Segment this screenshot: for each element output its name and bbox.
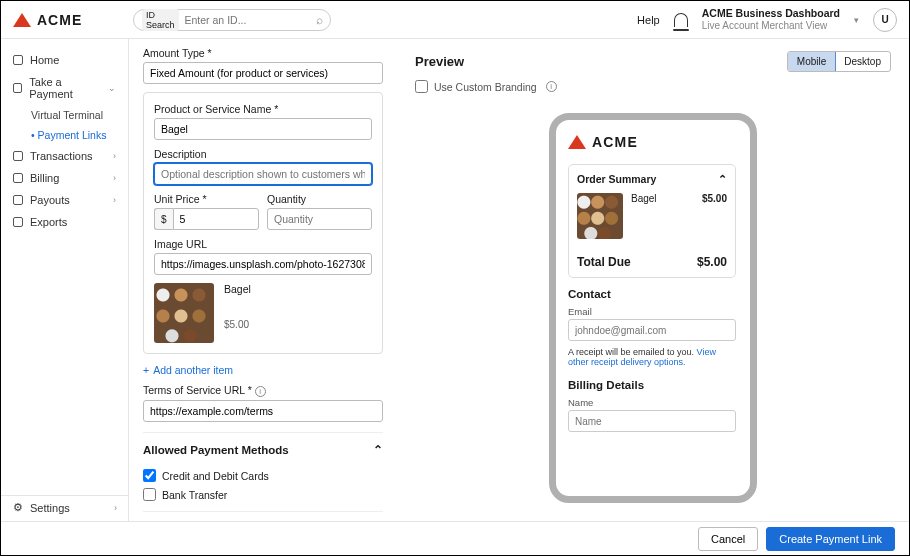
tos-label: Terms of Service URL *i [143,384,383,397]
unit-price-input[interactable] [173,208,259,230]
unit-price-label: Unit Price * [154,193,259,205]
desktop-tab[interactable]: Desktop [835,52,890,71]
allowed-methods-section[interactable]: Allowed Payment Methods⌃ [143,432,383,463]
email-label: Email [568,306,736,317]
amount-type-label: Amount Type * [143,47,383,59]
product-thumbnail [154,283,214,343]
logo-icon [13,13,31,27]
brand-logo: ACME [13,12,119,28]
currency-symbol: $ [154,208,173,230]
info-icon[interactable]: i [255,386,266,397]
sidebar-item-take-payment[interactable]: Take a Payment⌄ [1,71,128,105]
custom-branding-checkbox[interactable]: Use Custom Brandingi [415,80,891,93]
order-summary-title: Order Summary [577,173,656,185]
info-icon[interactable]: i [546,81,557,92]
help-link[interactable]: Help [637,14,660,26]
product-name-input[interactable] [154,118,372,140]
contact-heading: Contact [568,288,736,300]
footer: Cancel Create Payment Link [1,521,909,555]
name-label: Name [568,397,736,408]
add-another-item[interactable]: +Add another item [143,364,383,376]
search-icon: ⌕ [316,13,323,27]
billing-icon [13,173,23,183]
chevron-down-icon: ⌄ [108,83,116,93]
preview-product-price: $5.00 [224,319,251,330]
sidebar-item-payment-links[interactable]: Payment Links [1,125,128,145]
chevron-up-icon: ⌃ [373,443,383,457]
chevron-right-icon: › [113,173,116,183]
sidebar-item-exports[interactable]: Exports [1,211,128,233]
search-input[interactable] [185,14,316,26]
order-item-name: Bagel [631,193,657,204]
line-item-card: Product or Service Name * Description Un… [143,92,383,354]
mobile-tab[interactable]: Mobile [787,51,836,72]
chevron-right-icon: › [114,503,117,513]
total-due-value: $5.00 [697,255,727,269]
preview-title: Preview [415,54,464,69]
image-url-label: Image URL [154,238,372,250]
name-input[interactable] [568,410,736,432]
viewport-toggle: Mobile Desktop [787,51,891,72]
amount-type-select[interactable]: Fixed Amount (for product or services) [143,62,383,84]
chevron-up-icon[interactable]: ⌃ [718,173,727,185]
preview-product-name: Bagel [224,283,251,295]
notifications-icon[interactable] [674,13,688,27]
image-url-input[interactable] [154,253,372,275]
preview-panel: Preview Mobile Desktop Use Custom Brandi… [397,39,909,555]
payment-icon [13,83,22,93]
search-mode-label: ID Search [142,9,179,31]
quantity-label: Quantity [267,193,372,205]
sidebar-item-billing[interactable]: Billing› [1,167,128,189]
email-input[interactable] [568,319,736,341]
payment-link-form: Amount Type * Fixed Amount (for product … [129,39,397,555]
account-name: ACME Business Dashboard [702,7,840,20]
sidebar-item-transactions[interactable]: Transactions› [1,145,128,167]
sidebar-item-settings[interactable]: ⚙Settings› [1,496,129,519]
chevron-right-icon: › [113,151,116,161]
sidebar-item-home[interactable]: Home [1,49,128,71]
description-label: Description [154,148,372,160]
transactions-icon [13,151,23,161]
create-payment-link-button[interactable]: Create Payment Link [766,527,895,551]
cancel-button[interactable]: Cancel [698,527,758,551]
quantity-input[interactable] [267,208,372,230]
total-due-label: Total Due [577,255,631,269]
logo-icon [568,135,586,149]
bank-transfer-checkbox[interactable]: Bank Transfer [143,488,383,501]
preview-brand: ACME [568,134,736,150]
sidebar: Home Take a Payment⌄ Virtual Terminal Pa… [1,39,129,555]
gear-icon: ⚙ [13,501,23,514]
global-search[interactable]: ID Search ⌕ [133,9,331,31]
account-subtitle: Live Account Merchant View [702,20,840,32]
sidebar-item-virtual-terminal[interactable]: Virtual Terminal [1,105,128,125]
order-item-price: $5.00 [702,193,727,239]
chevron-right-icon: › [113,195,116,205]
brand-name: ACME [37,12,82,28]
order-item-thumbnail [577,193,623,239]
home-icon [13,55,23,65]
billing-heading: Billing Details [568,379,736,391]
order-summary-card: Order Summary⌃ Bagel $5.00 Total Due$5.0… [568,164,736,278]
payouts-icon [13,195,23,205]
description-input[interactable] [154,163,372,185]
credit-card-checkbox[interactable]: Credit and Debit Cards [143,469,383,482]
tos-input[interactable] [143,400,383,422]
phone-preview: ACME Order Summary⌃ Bagel $5.00 Total Du… [549,113,757,503]
sidebar-item-payouts[interactable]: Payouts› [1,189,128,211]
product-name-label: Product or Service Name * [154,103,372,115]
chevron-down-icon[interactable]: ▾ [854,15,859,25]
exports-icon [13,217,23,227]
avatar[interactable]: U [873,8,897,32]
receipt-note: A receipt will be emailed to you. View o… [568,347,736,367]
account-switcher[interactable]: ACME Business Dashboard Live Account Mer… [702,7,840,32]
plus-icon: + [143,364,149,376]
